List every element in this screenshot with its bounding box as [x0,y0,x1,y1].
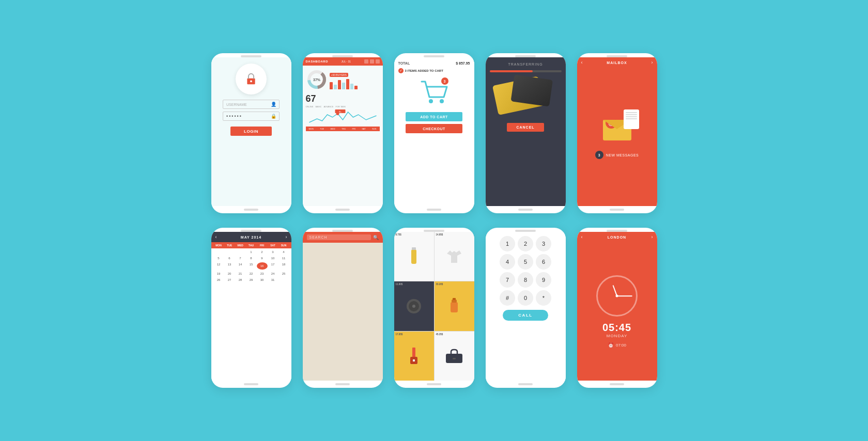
key-6[interactable]: 6 [536,254,551,270]
phone-transfer: TRANSFERRING CANCEL [486,53,566,213]
key-0[interactable]: 0 [518,290,533,306]
home-button[interactable] [335,383,350,385]
search-icon [370,59,374,64]
key-2[interactable]: 2 [518,236,533,251]
home-button[interactable] [518,209,533,211]
transfer-screen: TRANSFERRING CANCEL [486,57,566,206]
prev-city-icon[interactable]: ‹ [581,234,583,240]
home-button[interactable] [610,209,624,211]
key-4[interactable]: 4 [500,254,515,270]
svg-rect-23 [412,247,416,250]
bar-chart [330,78,380,89]
product-cell-3[interactable]: 11.90$ [394,281,434,330]
home-button[interactable] [244,383,258,385]
password-dots: •••••• [226,114,242,119]
call-button[interactable]: CALL [503,310,548,321]
city-title: LONDON [608,235,626,239]
key-star[interactable]: * [536,290,551,306]
calendar-footer: MON TUE WED THU FRI SAT SUN [306,127,380,131]
total-label: TOTAL [398,61,410,65]
cal-week-1: 1 2 3 4 [213,250,289,254]
check-icon: ✓ [398,68,404,73]
briefcase-icon [445,349,463,363]
key-8[interactable]: 8 [518,272,533,288]
home-button[interactable] [244,209,258,211]
key-3[interactable]: 3 [536,236,551,251]
username-label: USERNAME [226,103,247,106]
cal-week-2: 5 6 7 8 9 10 11 [213,256,289,260]
alarm-time: 07:00 [616,343,626,348]
phone-calendar: ‹ MAY 2014 › MON TUE WED THU FRI SAT SUN… [211,228,291,388]
next-month-icon[interactable]: › [286,234,287,240]
mail-icon-wrap: @ [598,115,637,146]
search-icon: 🔍 [373,235,379,240]
document-icon [624,109,639,129]
phone7-screen: SEARCH 🔍 [303,232,383,381]
phone-products: 8.75$ 14.95$ 11.90$ [394,228,474,388]
key-5[interactable]: 5 [518,254,533,270]
home-button[interactable] [335,209,350,211]
product-cell-1[interactable]: 8.75$ [394,232,434,281]
phone-dashboard: DASHBOARD JUL - 31 37% [303,53,383,213]
calendar-header: ‹ MAY 2014 › [211,232,291,242]
login-screen: USERNAME 👤 •••••• 🔒 LOGIN [211,57,291,206]
clock-center-dot [616,294,618,297]
disc-icon [406,298,422,314]
lock-icon [244,72,258,86]
svg-point-10 [440,99,444,103]
back-arrow-icon[interactable]: ‹ [581,60,583,65]
messages-count-badge: 3 [595,151,603,159]
key-7[interactable]: 7 [500,272,515,288]
shirt-icon [446,249,462,264]
messages-text: NEW MESSAGES [606,153,639,157]
usb-icon [408,348,420,364]
days-header: MON TUE WED THU FRI SAT SUN [211,242,291,248]
transfer-label: TRANSFERRING [508,62,542,66]
svg-text:99+: 99+ [338,111,341,113]
prev-month-icon[interactable]: ‹ [215,234,217,240]
phone-login: USERNAME 👤 •••••• 🔒 LOGIN [211,53,291,213]
phone-dialpad: 1 2 3 4 5 6 7 8 9 # 0 * CALL [486,228,566,388]
mailbox-body: @ 3 NEW MESSAGES [577,68,657,206]
next-city-icon[interactable]: › [652,234,653,240]
add-to-cart-button[interactable]: ADD TO CART [406,112,462,121]
product-cell-2[interactable]: 14.95$ [435,232,474,281]
product-cell-4[interactable]: 33.20$ [435,281,474,330]
highlighted-day[interactable]: 16 [257,262,268,270]
lock-field-icon: 🔒 [271,114,276,119]
checkout-button[interactable]: CHECKOUT [406,124,462,133]
home-button[interactable] [427,383,441,385]
dialpad-grid: 1 2 3 4 5 6 7 8 9 # 0 * [500,236,551,306]
phone3-screen: TOTAL $ 857.95 ✓ 3 ITEMS ADDED TO CART 3 [394,57,474,206]
home-button[interactable] [610,383,624,385]
doc-line [626,116,637,117]
key-9[interactable]: 9 [536,272,551,288]
svg-rect-22 [411,249,416,264]
search-input[interactable]: SEARCH [307,234,371,240]
dashboard-body: 37% +93 BUYERS [303,66,383,206]
key-1[interactable]: 1 [500,236,515,251]
product-cell-5[interactable]: 17.65$ [394,332,434,381]
phone4-screen: TRANSFERRING CANCEL [486,57,566,206]
phone-mailbox: ‹ MAILBOX › @ 3 [577,53,657,213]
phone-cart: TOTAL $ 857.95 ✓ 3 ITEMS ADDED TO CART 3 [394,53,474,213]
minute-hand [617,295,632,296]
username-field[interactable]: USERNAME 👤 [223,100,280,109]
chart-icon [364,59,368,64]
cal-week-4: 19 20 21 22 23 24 25 [213,272,289,276]
login-button[interactable]: LOGIN [230,127,272,136]
clock-time: 05:45 [602,322,631,334]
mailbox-title: MAILBOX [607,61,627,65]
dark-card [510,75,553,107]
cancel-button[interactable]: CANCEL [507,123,544,132]
cart-screen: TOTAL $ 857.95 ✓ 3 ITEMS ADDED TO CART 3 [394,57,474,206]
large-number: 67 [306,93,380,104]
calendar-body: 1 2 3 4 5 6 7 8 9 10 11 12 13 14 [211,248,291,381]
home-button[interactable] [427,209,441,211]
key-hash[interactable]: # [500,290,515,306]
home-button[interactable] [518,383,533,385]
forward-arrow-icon[interactable]: › [652,60,653,65]
password-field[interactable]: •••••• 🔒 [223,112,280,121]
product-cell-6[interactable]: 45.35$ [435,332,474,381]
svg-point-9 [429,99,433,103]
